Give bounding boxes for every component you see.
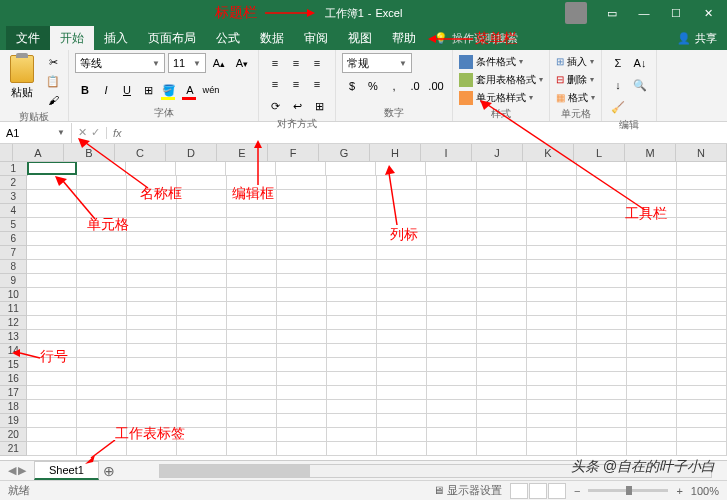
cell[interactable]: [376, 162, 426, 176]
cancel-formula-icon[interactable]: ✕: [78, 126, 87, 139]
cell[interactable]: [627, 344, 677, 358]
cell[interactable]: [527, 428, 577, 442]
cell[interactable]: [77, 190, 127, 204]
select-all-corner[interactable]: [0, 144, 13, 162]
row-header[interactable]: 2: [0, 176, 27, 190]
cell[interactable]: [577, 246, 627, 260]
cell[interactable]: [77, 218, 127, 232]
row-header[interactable]: 17: [0, 386, 27, 400]
align-middle-icon[interactable]: ≡: [286, 53, 306, 73]
sheet-tab-active[interactable]: Sheet1: [34, 461, 99, 480]
add-sheet-button[interactable]: ⊕: [99, 463, 119, 479]
cell[interactable]: [77, 428, 127, 442]
cell[interactable]: [427, 260, 477, 274]
cell[interactable]: [427, 218, 477, 232]
cell[interactable]: [227, 386, 277, 400]
cell[interactable]: [127, 428, 177, 442]
percent-icon[interactable]: %: [363, 76, 383, 96]
cell[interactable]: [627, 330, 677, 344]
tell-me-search[interactable]: 💡 操作说明搜索: [434, 26, 518, 50]
column-header[interactable]: L: [574, 144, 625, 162]
display-settings[interactable]: 🖥 显示器设置: [433, 483, 502, 498]
cell[interactable]: [327, 204, 377, 218]
prev-sheet-icon[interactable]: ◀: [8, 464, 16, 477]
cell[interactable]: [577, 330, 627, 344]
cell[interactable]: [77, 246, 127, 260]
cell[interactable]: [27, 246, 77, 260]
fill-icon[interactable]: ↓: [608, 75, 628, 95]
row-header[interactable]: 18: [0, 400, 27, 414]
cell[interactable]: [327, 288, 377, 302]
cell[interactable]: [126, 162, 176, 176]
number-format-select[interactable]: 常规▼: [342, 53, 412, 73]
cell[interactable]: [527, 260, 577, 274]
cell[interactable]: [477, 190, 527, 204]
cell[interactable]: [327, 218, 377, 232]
cell[interactable]: [327, 442, 377, 456]
cell[interactable]: [377, 414, 427, 428]
cell[interactable]: [277, 414, 327, 428]
cell[interactable]: [277, 204, 327, 218]
cell[interactable]: [477, 414, 527, 428]
cell[interactable]: [427, 274, 477, 288]
cell[interactable]: [77, 358, 127, 372]
cell[interactable]: [77, 414, 127, 428]
column-header[interactable]: I: [421, 144, 472, 162]
cell[interactable]: [677, 176, 727, 190]
row-header[interactable]: 1: [0, 162, 28, 176]
cell[interactable]: [227, 330, 277, 344]
autosum-icon[interactable]: Σ: [608, 53, 628, 73]
cell[interactable]: [577, 204, 627, 218]
cell[interactable]: [527, 218, 577, 232]
cell[interactable]: [627, 372, 677, 386]
cell[interactable]: [477, 260, 527, 274]
cell[interactable]: [577, 400, 627, 414]
cell[interactable]: [127, 330, 177, 344]
row-header[interactable]: 15: [0, 358, 27, 372]
page-break-icon[interactable]: [548, 483, 566, 499]
cell[interactable]: [627, 428, 677, 442]
cell[interactable]: [77, 442, 127, 456]
cell[interactable]: [377, 386, 427, 400]
cell[interactable]: [127, 232, 177, 246]
cell[interactable]: [577, 176, 627, 190]
cell[interactable]: [477, 386, 527, 400]
cell[interactable]: [377, 344, 427, 358]
cell[interactable]: [377, 232, 427, 246]
cell[interactable]: [427, 232, 477, 246]
cell[interactable]: [127, 260, 177, 274]
maximize-icon[interactable]: ☐: [661, 0, 691, 26]
cell[interactable]: [377, 372, 427, 386]
cell[interactable]: [426, 162, 476, 176]
fill-color-button[interactable]: 🪣: [159, 80, 179, 100]
cell[interactable]: [277, 358, 327, 372]
cell[interactable]: [177, 428, 227, 442]
cell[interactable]: [177, 288, 227, 302]
cell[interactable]: [477, 400, 527, 414]
cell[interactable]: [277, 442, 327, 456]
cell[interactable]: [77, 204, 127, 218]
cell[interactable]: [327, 316, 377, 330]
cell[interactable]: [327, 400, 377, 414]
cell[interactable]: [177, 260, 227, 274]
cell[interactable]: [677, 302, 727, 316]
cell[interactable]: [577, 190, 627, 204]
align-right-icon[interactable]: ≡: [307, 74, 327, 94]
cell[interactable]: [127, 442, 177, 456]
cell[interactable]: [227, 344, 277, 358]
cell[interactable]: [427, 204, 477, 218]
bold-button[interactable]: B: [75, 80, 95, 100]
cell[interactable]: [577, 428, 627, 442]
cell[interactable]: [627, 176, 677, 190]
row-header[interactable]: 10: [0, 288, 27, 302]
tab-insert[interactable]: 插入: [94, 26, 138, 50]
cell[interactable]: [277, 260, 327, 274]
cell[interactable]: [127, 316, 177, 330]
column-header[interactable]: F: [268, 144, 319, 162]
cell[interactable]: [327, 190, 377, 204]
cell[interactable]: [577, 162, 627, 176]
zoom-slider[interactable]: [588, 489, 668, 492]
zoom-level[interactable]: 100%: [691, 485, 719, 497]
cell[interactable]: [477, 232, 527, 246]
row-header[interactable]: 12: [0, 316, 27, 330]
